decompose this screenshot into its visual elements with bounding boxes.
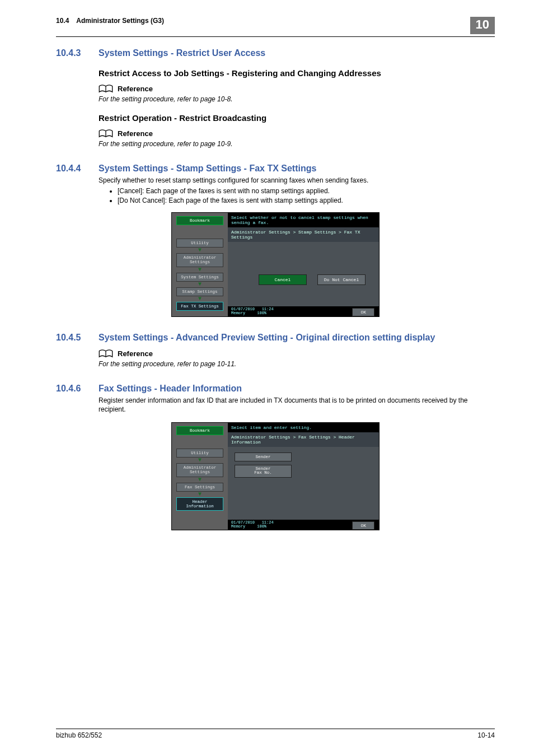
- book-icon: [99, 348, 113, 359]
- section-title: System Settings - Advanced Preview Setti…: [99, 333, 495, 343]
- screenshot-header-information: Bookmark Utility ▼ Administrator Setting…: [171, 422, 380, 531]
- section-number: 10.4.6: [56, 384, 83, 394]
- reference-text: For the setting procedure, refer to page…: [99, 360, 495, 368]
- memory-value: 100%: [257, 524, 266, 529]
- ok-button[interactable]: OK: [352, 308, 374, 316]
- panel-instruction: Select item and enter setting.: [228, 423, 379, 432]
- list-item: [Do Not Cancel]: Each page of the faxes …: [118, 197, 495, 204]
- breadcrumb: Administrator Settings > Stamp Settings …: [228, 227, 379, 242]
- reference-text: For the setting procedure, refer to page…: [99, 95, 495, 103]
- running-header: 10.4 Administrator Settings (G3) 10: [56, 17, 495, 37]
- sidebar-item-fax-settings[interactable]: Fax Settings: [176, 483, 223, 492]
- memory-value: 100%: [257, 311, 266, 315]
- chevron-down-icon: ▼: [198, 478, 202, 482]
- page-footer: bizhub 652/552 10-14: [56, 729, 495, 739]
- book-icon: [99, 128, 113, 139]
- bookmark-button[interactable]: Bookmark: [176, 426, 223, 435]
- reference-label: Reference: [118, 349, 153, 358]
- sidebar-item-utility[interactable]: Utility: [176, 449, 223, 458]
- chevron-down-icon: ▼: [198, 493, 202, 496]
- sidebar-item-stamp-settings[interactable]: Stamp Settings: [176, 287, 223, 296]
- section-title: System Settings - Restrict User Access: [99, 48, 495, 58]
- chevron-down-icon: ▼: [198, 283, 202, 286]
- subsection-title: Restrict Access to Job Settings - Regist…: [99, 68, 495, 78]
- ok-button[interactable]: OK: [352, 521, 374, 530]
- reference-text: For the setting procedure, refer to page…: [99, 140, 495, 148]
- memory-label: Memory: [231, 524, 245, 529]
- memory-label: Memory: [231, 311, 245, 315]
- section-title: Fax Settings - Header Information: [99, 384, 495, 394]
- chapter-badge: 10: [470, 17, 495, 34]
- chevron-down-icon: ▼: [198, 268, 202, 272]
- subsection-title: Restrict Operation - Restrict Broadcasti…: [99, 113, 495, 123]
- section-title: System Settings - Stamp Settings - Fax T…: [99, 164, 495, 174]
- sender-button[interactable]: Sender: [235, 452, 292, 461]
- panel-instruction: Select whether or not to cancel stamp se…: [228, 213, 379, 227]
- chevron-down-icon: ▼: [198, 249, 202, 252]
- do-not-cancel-option-button[interactable]: Do Not Cancel: [317, 274, 366, 285]
- chevron-down-icon: ▼: [198, 459, 202, 462]
- sidebar-item-utility[interactable]: Utility: [176, 239, 223, 248]
- reference-label: Reference: [118, 129, 153, 138]
- book-icon: [99, 83, 113, 94]
- sidebar-item-admin-settings[interactable]: Administrator Settings: [176, 253, 223, 267]
- reference-label: Reference: [118, 85, 153, 93]
- sidebar-item-admin-settings[interactable]: Administrator Settings: [176, 463, 223, 477]
- section-description: Register sender information and fax ID t…: [99, 396, 495, 414]
- footer-page-number: 10-14: [477, 731, 495, 739]
- section-number: 10.4.3: [56, 48, 83, 58]
- cancel-option-button[interactable]: Cancel: [259, 274, 307, 285]
- sidebar-item-header-information[interactable]: Header Information: [176, 497, 223, 511]
- section-number: 10.4.5: [56, 333, 83, 343]
- section-number: 10.4.4: [56, 164, 83, 174]
- screenshot-fax-tx-settings: Bookmark Utility ▼ Administrator Setting…: [171, 212, 380, 318]
- section-description: Specify whether to reset stamp settings …: [99, 176, 495, 185]
- header-section-number: 10.4: [56, 17, 69, 25]
- sidebar-item-system-settings[interactable]: System Settings: [176, 273, 223, 282]
- sender-fax-no-button[interactable]: Sender Fax No.: [235, 465, 292, 478]
- breadcrumb: Administrator Settings > Fax Settings > …: [228, 432, 379, 447]
- chevron-down-icon: ▼: [198, 297, 202, 301]
- bookmark-button[interactable]: Bookmark: [176, 216, 223, 225]
- list-item: [Cancel]: Each page of the faxes is sent…: [118, 187, 495, 195]
- sidebar-item-fax-tx-settings[interactable]: Fax TX Settings: [176, 302, 223, 311]
- footer-product: bizhub 652/552: [56, 731, 102, 739]
- header-title: Administrator Settings (G3): [76, 17, 164, 25]
